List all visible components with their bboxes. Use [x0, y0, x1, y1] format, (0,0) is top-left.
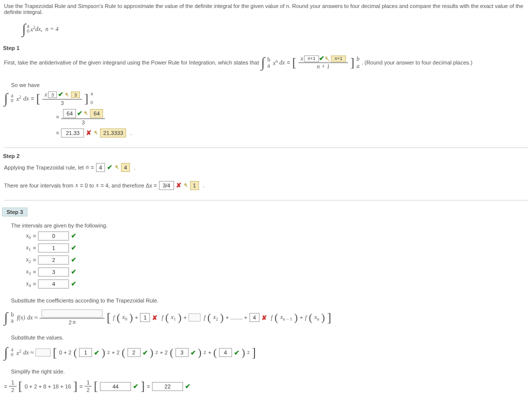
blank-box[interactable] [42, 310, 102, 318]
integral-symbol: ∫ [22, 22, 26, 36]
check-icon: ✔ [71, 268, 76, 276]
svg-rect-5 [96, 132, 98, 135]
svg-rect-3 [86, 113, 88, 116]
x3-input[interactable] [38, 268, 69, 276]
exponent-input[interactable] [304, 56, 319, 62]
step3-intro: The intervals are given by the following… [11, 222, 528, 228]
step2-heading: Step 2 [3, 153, 528, 159]
dx-input[interactable] [159, 181, 174, 190]
svg-rect-1 [66, 94, 69, 97]
so-we-have: So we have [11, 82, 528, 88]
cross-icon: ✘ [152, 314, 158, 322]
substituted-values: ∫ 4 0 x2 dx ≈ [ 0 + 2 ( ✔ )2 + 2 ( ✔ )2 … [4, 346, 528, 360]
step1-power-rule: First, take the antiderivative of the gi… [4, 55, 528, 70]
svg-rect-7 [116, 167, 119, 170]
x1-row: x1 = ✔ [26, 244, 528, 252]
check-icon: ✔ [71, 244, 76, 252]
check-icon: ✔ [77, 110, 82, 117]
sub-values-title: Substitute the values. [11, 334, 528, 340]
exp-box[interactable] [48, 92, 57, 98]
x3-row: x3 = ✔ [26, 268, 528, 276]
svg-rect-9 [186, 185, 188, 188]
question-prompt: Use the Trapezoidal Rule and Simpson's R… [4, 3, 528, 15]
key-answer [84, 109, 103, 118]
step2-line2: There are four intervals from x = 0 to x… [4, 181, 528, 190]
check-icon: ✔ [234, 349, 240, 356]
lower-limit: 0 [27, 29, 30, 34]
check-icon: ✔ [71, 280, 76, 288]
simplify-title: Simplify the right side. [11, 368, 528, 374]
step1-work-line2: = ✔ 3 [56, 109, 528, 126]
simplify-line: = 1 2 [ 0 + 2 + 8 + 18 + 16 ] = 1 2 [ ✔ … [4, 380, 528, 393]
x4-row: x4 = ✔ [26, 280, 528, 288]
v3-input[interactable] [176, 348, 188, 357]
check-icon: ✔ [71, 232, 76, 240]
problem-integral: ∫ 4 0 x2 dx, n = 4 [22, 22, 528, 36]
n-input[interactable] [96, 163, 105, 172]
blank-box[interactable] [188, 314, 200, 322]
check-icon: ✔ [133, 382, 138, 390]
x2-row: x2 = ✔ [26, 256, 528, 264]
key-answer [324, 56, 346, 62]
check-icon: ✔ [71, 256, 76, 264]
step1-work-line1: ∫ 4 0 x2 dx = [ x ✔ 3 ] [4, 91, 528, 106]
step1-work-line3: = ✘ . [56, 128, 528, 138]
v1-input[interactable] [79, 348, 92, 357]
v4-input[interactable] [219, 348, 232, 357]
x0-row: x0 = ✔ [26, 232, 528, 240]
key-answer [64, 92, 80, 98]
n-value: n = 4 [46, 26, 58, 33]
step3-heading: Step 3 [2, 208, 28, 216]
check-icon: ✔ [58, 91, 64, 98]
check-icon: ✔ [319, 55, 324, 62]
x2-input[interactable] [38, 256, 69, 264]
sum-input[interactable] [100, 382, 131, 391]
step1-heading: Step 1 [3, 45, 528, 51]
coefn1-input[interactable] [250, 313, 260, 322]
trapezoidal-formula: ∫ b a f(x) dx ≈ 2n [ f(x0) + ✘ f(x1) + f… [4, 310, 528, 326]
cross-icon: ✘ [86, 129, 92, 136]
check-icon: ✔ [185, 382, 190, 390]
result-box[interactable] [61, 128, 84, 138]
step2-line1: Applying the Trapezoidal rule, let n = ✔… [4, 163, 528, 172]
check-icon: ✔ [142, 349, 148, 356]
x0-input[interactable] [38, 232, 69, 240]
key-answer [114, 163, 130, 172]
key-answer [94, 128, 126, 138]
cross-icon: ✘ [176, 182, 182, 189]
sub-coef-title: Substitute the coefficients according to… [11, 298, 528, 304]
blank-box[interactable] [36, 348, 50, 356]
coef1-input[interactable] [140, 313, 150, 322]
check-icon: ✔ [94, 349, 100, 356]
num-box[interactable] [63, 109, 76, 118]
key-answer [184, 181, 199, 190]
check-icon: ✔ [107, 164, 112, 171]
check-icon: ✔ [190, 349, 196, 356]
trap-result-input[interactable] [152, 382, 183, 391]
x1-input[interactable] [38, 244, 69, 252]
cross-icon: ✘ [262, 314, 267, 322]
x4-input[interactable] [38, 280, 69, 288]
v2-input[interactable] [128, 348, 140, 357]
